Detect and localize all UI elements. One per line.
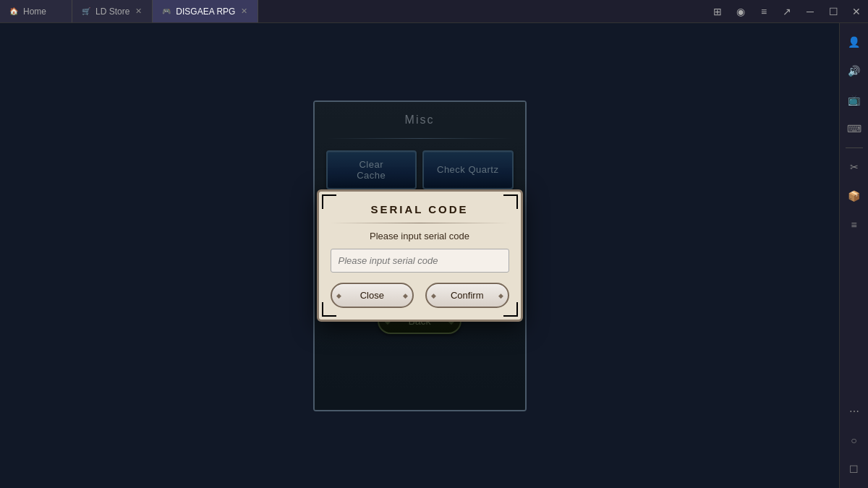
titlebar-menu-icon[interactable]: ≡	[752, 0, 775, 23]
serial-code-input[interactable]	[331, 249, 509, 273]
titlebar-games-icon[interactable]: ⊞	[706, 0, 729, 23]
modal-instruction: Please input serial code	[370, 231, 469, 241]
disgaea-close-icon[interactable]: ✕	[239, 7, 249, 16]
sidebar-keyboard-icon[interactable]: ⌨	[841, 116, 867, 142]
game-background: Misc ClearCache Check Quartz Serial Code…	[0, 23, 839, 488]
titlebar: 🏠 Home 🛒 LD Store ✕ 🎮 DISGAEA RPG ✕ ⊞ ◉ …	[0, 0, 868, 23]
game-area: Misc ClearCache Check Quartz Serial Code…	[0, 23, 839, 488]
modal-overlay: Serial Code Please input serial code Clo…	[315, 102, 525, 410]
titlebar-controls: ⊞ ◉ ≡ ↗ ─ ☐ ✕	[706, 0, 868, 22]
serial-code-dialog: Serial Code Please input serial code Clo…	[317, 189, 523, 322]
titlebar-share-icon[interactable]: ↗	[775, 0, 799, 23]
dialog-corner-tr	[503, 194, 518, 209]
misc-panel: Misc ClearCache Check Quartz Serial Code…	[313, 100, 527, 411]
main-area: Misc ClearCache Check Quartz Serial Code…	[0, 23, 868, 488]
tab-home[interactable]: 🏠 Home	[0, 0, 72, 22]
sidebar-circle-icon[interactable]: ○	[841, 427, 867, 453]
tab-disgaea[interactable]: 🎮 DISGAEA RPG ✕	[153, 0, 258, 22]
dialog-corner-tl	[322, 194, 336, 209]
titlebar-maximize-icon[interactable]: ☐	[822, 0, 845, 23]
right-sidebar: 👤 🔊 📺 ⌨ ✂ 📦 ≡ ⋯ ○ ☐	[839, 23, 868, 488]
titlebar-tabs: 🏠 Home 🛒 LD Store ✕ 🎮 DISGAEA RPG ✕	[0, 0, 258, 22]
ldstore-close-icon[interactable]: ✕	[134, 7, 143, 16]
sidebar-person-icon[interactable]: 👤	[841, 29, 867, 55]
sidebar-display-icon[interactable]: 📺	[841, 87, 867, 113]
tab-ldstore-label: LD Store	[95, 7, 129, 17]
home-icon: 🏠	[9, 7, 19, 17]
sidebar-scissor-icon[interactable]: ✂	[841, 154, 867, 180]
tab-ldstore[interactable]: 🛒 LD Store ✕	[72, 0, 153, 22]
modal-buttons: Close Confirm	[331, 283, 509, 308]
titlebar-minimize-icon[interactable]: ─	[799, 0, 822, 23]
sidebar-menu2-icon[interactable]: ≡	[841, 212, 867, 238]
tab-home-label: Home	[23, 7, 46, 17]
disgaea-icon: 🎮	[161, 7, 171, 17]
sidebar-more-icon[interactable]: ⋯	[841, 398, 867, 424]
sidebar-divider	[846, 147, 863, 148]
modal-divider	[331, 223, 509, 223]
confirm-button[interactable]: Confirm	[425, 283, 509, 308]
sidebar-square-icon[interactable]: ☐	[841, 456, 867, 482]
tab-disgaea-label: DISGAEA RPG	[176, 7, 235, 17]
sidebar-volume-icon[interactable]: 🔊	[841, 58, 867, 84]
ldstore-icon: 🛒	[81, 7, 91, 17]
sidebar-package-icon[interactable]: 📦	[841, 183, 867, 209]
titlebar-close-icon[interactable]: ✕	[845, 0, 868, 23]
titlebar-account-icon[interactable]: ◉	[729, 0, 752, 23]
close-button[interactable]: Close	[331, 283, 414, 308]
modal-title: Serial Code	[370, 203, 468, 215]
